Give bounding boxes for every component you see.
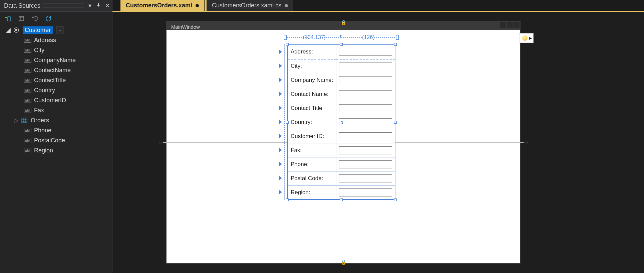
form-row[interactable]: Contact Name: xyxy=(288,87,395,101)
form-row[interactable]: Postal Code: xyxy=(288,171,395,185)
tree-node-city[interactable]: ablCity xyxy=(5,45,109,55)
pin-icon[interactable] xyxy=(95,2,101,9)
row-marker-icon[interactable] xyxy=(279,78,282,82)
svg-rect-1 xyxy=(7,17,11,21)
tree-node-fax[interactable]: ablFax xyxy=(5,105,109,115)
form-grid[interactable]: Address:City:Company Name:Contact Name:C… xyxy=(288,45,395,199)
tree-node-postalcode[interactable]: ablPostalCode xyxy=(5,135,109,145)
form-textbox[interactable] xyxy=(339,118,392,126)
form-textbox[interactable] xyxy=(339,48,392,56)
resize-handle[interactable] xyxy=(286,198,289,201)
tree-node-address[interactable]: ablAddress xyxy=(5,35,109,45)
form-textbox[interactable] xyxy=(339,160,392,168)
resize-handle[interactable] xyxy=(394,121,397,124)
document-tab[interactable]: CustomersOrders.xaml.cs xyxy=(207,0,294,11)
form-textbox[interactable] xyxy=(339,90,392,98)
tree-node-customerid[interactable]: ablCustomerID xyxy=(5,95,109,105)
row-marker-icon[interactable] xyxy=(279,134,282,138)
lightbulb-actions[interactable]: ▶ xyxy=(519,33,534,43)
refresh-icon[interactable] xyxy=(45,15,52,22)
form-label: Customer ID: xyxy=(288,129,336,143)
form-row[interactable]: Region: xyxy=(288,185,395,199)
add-query-icon[interactable]: + xyxy=(31,15,39,22)
tree-node-region[interactable]: ablRegion xyxy=(5,145,109,155)
resize-handle[interactable] xyxy=(286,43,289,46)
tree-node-label: ContactTitle xyxy=(34,77,66,84)
link-handle-icon[interactable]: ⇔ xyxy=(524,140,529,145)
form-row[interactable]: Address: xyxy=(288,45,395,59)
data-sources-panel: Data Sources ▾ ✕ + + ◢ Custome xyxy=(0,0,112,273)
text-field-icon: abl xyxy=(24,78,31,83)
document-tab[interactable]: CustomersOrders.xaml xyxy=(120,0,205,11)
row-marker-icon[interactable] xyxy=(279,148,282,152)
form-textbox[interactable] xyxy=(339,62,392,70)
form-row[interactable]: Company Name: xyxy=(288,73,395,87)
tree-node-contactname[interactable]: ablContactName xyxy=(5,65,109,75)
form-textbox[interactable] xyxy=(339,188,392,196)
designer-canvas[interactable]: MainWindow 🔒 🔒 ⇔ ⇔ ▶ (104.137) xyxy=(112,12,644,273)
row-marker-icon[interactable] xyxy=(279,92,282,96)
form-label: Postal Code: xyxy=(288,171,336,185)
tree-node-label: Customer xyxy=(23,26,53,34)
resize-handle[interactable] xyxy=(394,198,397,201)
row-marker-icon[interactable] xyxy=(279,176,282,180)
grid-icon xyxy=(21,118,28,123)
drop-type-dropdown[interactable]: ⌄ xyxy=(56,26,63,34)
form-row[interactable]: Fax: xyxy=(288,143,395,157)
form-label: Contact Title: xyxy=(288,101,336,115)
form-textbox[interactable] xyxy=(339,104,392,112)
form-textbox[interactable] xyxy=(339,132,392,140)
lightbulb-icon xyxy=(522,35,528,41)
tree-node-phone[interactable]: ablPhone xyxy=(5,125,109,135)
editor-area: CustomersOrders.xamlCustomersOrders.xaml… xyxy=(112,0,644,273)
form-textbox[interactable] xyxy=(339,76,392,84)
tree-node-companyname[interactable]: ablCompanyName xyxy=(5,55,109,65)
text-field-icon: abl xyxy=(24,138,31,143)
edit-dataset-icon[interactable] xyxy=(18,15,25,22)
ruler-end-handle[interactable] xyxy=(284,35,287,40)
row-marker-icon[interactable] xyxy=(279,190,282,194)
form-row[interactable]: Customer ID: xyxy=(288,129,395,143)
selected-grid[interactable]: (104.137) (126) Address:City:Company N xyxy=(287,44,395,200)
link-handle-icon[interactable]: ⇔ xyxy=(158,140,163,145)
chevron-right-icon: ▶ xyxy=(529,36,532,40)
tree-node-contacttitle[interactable]: ablContactTitle xyxy=(5,75,109,85)
form-label: Country: xyxy=(288,115,336,129)
win-min-icon xyxy=(500,22,506,28)
svg-rect-6 xyxy=(15,29,17,31)
form-label: Fax: xyxy=(288,143,336,157)
row-marker-icon[interactable] xyxy=(279,50,282,54)
resize-handle[interactable] xyxy=(340,198,343,201)
ruler-end-handle[interactable] xyxy=(396,35,399,40)
resize-handle[interactable] xyxy=(340,43,343,46)
row-marker-icon[interactable] xyxy=(279,162,282,166)
resize-handle[interactable] xyxy=(394,43,397,46)
panel-header: Data Sources ▾ ✕ xyxy=(0,0,112,12)
form-textbox[interactable] xyxy=(339,174,392,182)
row-marker-icon[interactable] xyxy=(279,120,282,124)
tree-node-orders[interactable]: ▷Orders xyxy=(5,115,109,125)
expand-arrow-icon[interactable]: ▷ xyxy=(14,117,18,124)
tree-node-customer[interactable]: ◢ Customer ⌄ xyxy=(5,25,109,35)
win-max-icon xyxy=(507,22,513,28)
row-marker-icon[interactable] xyxy=(279,106,282,110)
row-marker-icon[interactable] xyxy=(279,64,282,68)
expand-arrow-icon[interactable]: ◢ xyxy=(6,26,10,34)
close-icon[interactable]: ✕ xyxy=(104,2,110,9)
text-field-icon: abl xyxy=(24,88,31,93)
column-ruler[interactable]: (104.137) (126) xyxy=(287,34,395,41)
add-data-source-icon[interactable]: + xyxy=(5,15,12,22)
form-row[interactable]: Contact Title: xyxy=(288,101,395,115)
resize-handle[interactable] xyxy=(286,121,289,124)
form-textbox[interactable] xyxy=(339,146,392,154)
row-rail[interactable] xyxy=(279,44,285,200)
panel-menu-dropdown-icon[interactable]: ▾ xyxy=(87,2,93,9)
designer-window[interactable]: MainWindow 🔒 🔒 ⇔ ⇔ ▶ (104.137) xyxy=(167,21,520,263)
tree-node-label: CompanyName xyxy=(34,57,76,64)
form-row[interactable]: Country: xyxy=(288,115,395,129)
svg-rect-7 xyxy=(22,118,27,123)
form-row[interactable]: Phone: xyxy=(288,157,395,171)
tree-node-country[interactable]: ablCountry xyxy=(5,85,109,95)
form-row[interactable]: City: xyxy=(288,59,395,73)
window-chrome-buttons xyxy=(500,22,520,28)
